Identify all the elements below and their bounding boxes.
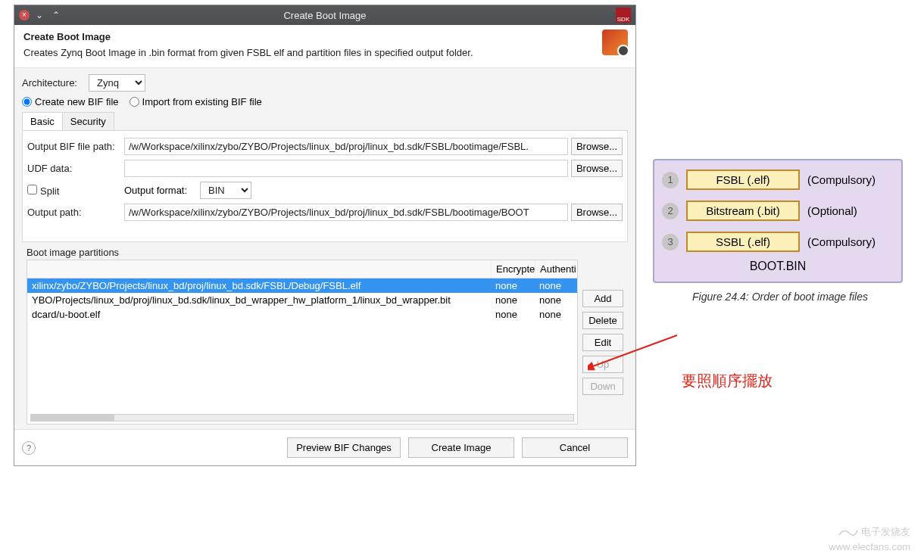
delete-button[interactable]: Delete bbox=[582, 312, 623, 329]
partitions-label: Boot image partitions bbox=[27, 247, 623, 258]
bitstream-tag: (Optional) bbox=[807, 204, 857, 217]
gear-icon bbox=[617, 45, 629, 57]
scrollbar-thumb[interactable] bbox=[31, 415, 114, 421]
annotation-text: 要照順序擺放 bbox=[682, 371, 773, 391]
ssbl-tag: (Compulsory) bbox=[807, 235, 876, 248]
basic-security-tabs: Basic Security bbox=[22, 112, 628, 131]
boot-image-icon bbox=[602, 30, 628, 55]
banner: Create Boot Image Creates Zynq Boot Imag… bbox=[14, 25, 635, 68]
titlebar: × ⌄ ⌃ Create Boot Image SDK bbox=[14, 5, 635, 25]
dialog-footer: ? Preview BIF Changes Create Image Cance… bbox=[14, 429, 635, 465]
partitions-table[interactable]: Encrypte Authenti xilinx/zybo/ZYBO/Proje… bbox=[27, 260, 578, 425]
col-path bbox=[27, 260, 491, 278]
step-2-badge: 2 bbox=[662, 203, 679, 219]
udf-browse-button[interactable]: Browse... bbox=[571, 160, 623, 177]
form-area: Architecture: Zynq Create new BIF file I… bbox=[14, 68, 635, 429]
radio-create-bif[interactable]: Create new BIF file bbox=[22, 96, 119, 107]
down-button[interactable]: Down bbox=[582, 378, 623, 395]
tab-security[interactable]: Security bbox=[62, 112, 114, 130]
architecture-select[interactable]: Zynq bbox=[89, 74, 145, 92]
output-path-label: Output path: bbox=[27, 207, 124, 218]
table-row[interactable]: xilinx/zybo/ZYBO/Projects/linux_bd/proj/… bbox=[27, 278, 577, 293]
udf-input[interactable] bbox=[124, 160, 568, 177]
banner-desc: Creates Zynq Boot Image in .bin format f… bbox=[23, 47, 626, 58]
bitstream-box: Bitstream (.bit) bbox=[686, 201, 800, 221]
udf-label: UDF data: bbox=[27, 163, 124, 174]
output-path-input[interactable] bbox=[124, 204, 568, 221]
figure-caption: Figure 24.4: Order of boot image files bbox=[659, 291, 901, 303]
cancel-button[interactable]: Cancel bbox=[522, 437, 628, 458]
horizontal-scrollbar[interactable] bbox=[30, 414, 574, 422]
add-button[interactable]: Add bbox=[582, 290, 623, 307]
col-encrypted: Encrypte bbox=[491, 260, 535, 278]
bif-path-label: Output BIF file path: bbox=[27, 141, 124, 152]
boot-order-diagram: 1 FSBL (.elf) (Compulsory) 2 Bitstream (… bbox=[653, 159, 903, 283]
bif-path-browse-button[interactable]: Browse... bbox=[571, 138, 623, 155]
window-title: Create Boot Image bbox=[14, 10, 635, 21]
col-authenticated: Authenti bbox=[535, 260, 577, 278]
tab-basic[interactable]: Basic bbox=[22, 112, 63, 130]
help-icon[interactable]: ? bbox=[22, 441, 36, 455]
basic-tab-panel: Output BIF file path: Browse... UDF data… bbox=[22, 131, 628, 242]
radio-import-bif[interactable]: Import from existing BIF file bbox=[130, 96, 262, 107]
step-1-badge: 1 bbox=[662, 172, 679, 188]
table-row[interactable]: YBO/Projects/linux_bd/proj/linux_bd.sdk/… bbox=[27, 293, 577, 307]
table-row[interactable]: dcard/u-boot.elf none none bbox=[27, 307, 577, 322]
split-checkbox[interactable]: Split bbox=[27, 185, 124, 197]
output-format-label: Output format: bbox=[124, 185, 200, 196]
banner-title: Create Boot Image bbox=[23, 31, 626, 42]
create-boot-image-window: × ⌄ ⌃ Create Boot Image SDK Create Boot … bbox=[14, 5, 636, 466]
edit-button[interactable]: Edit bbox=[582, 334, 623, 351]
sdk-badge-icon: SDK bbox=[616, 8, 631, 23]
output-path-browse-button[interactable]: Browse... bbox=[571, 204, 623, 221]
create-image-button[interactable]: Create Image bbox=[408, 437, 514, 458]
fsbl-box: FSBL (.elf) bbox=[686, 170, 800, 190]
fsbl-tag: (Compulsory) bbox=[807, 173, 876, 186]
preview-bif-button[interactable]: Preview BIF Changes bbox=[287, 437, 401, 458]
architecture-label: Architecture: bbox=[22, 77, 89, 89]
bootbin-label: BOOT.BIN bbox=[662, 260, 894, 273]
ssbl-box: SSBL (.elf) bbox=[686, 232, 800, 252]
step-3-badge: 3 bbox=[662, 234, 679, 250]
up-button[interactable]: Up bbox=[582, 356, 623, 373]
bif-path-input[interactable] bbox=[124, 138, 568, 155]
output-format-select[interactable]: BIN bbox=[200, 182, 251, 199]
watermark: 电子发烧友 www.elecfans.com bbox=[829, 524, 910, 552]
